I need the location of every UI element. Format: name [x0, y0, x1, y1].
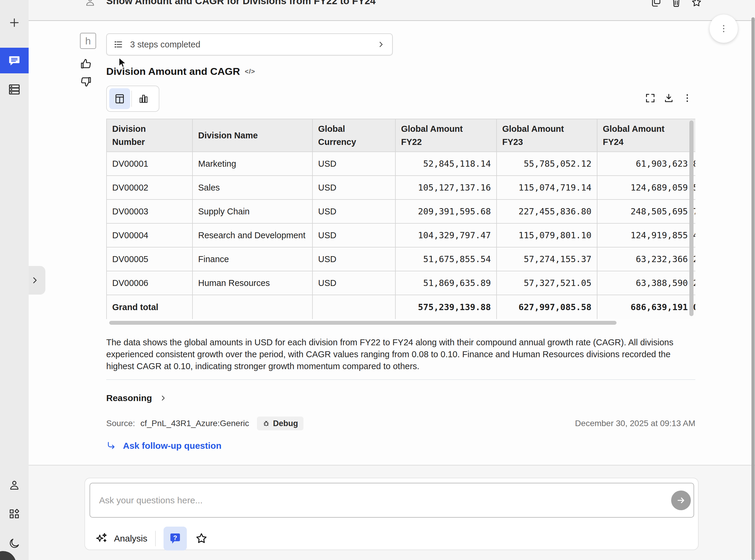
fullscreen-icon[interactable] — [644, 93, 656, 104]
col-division-name[interactable]: Division Name — [192, 119, 312, 152]
debug-button[interactable]: Debug — [257, 417, 304, 430]
analysis-label: Analysis — [114, 534, 148, 544]
table-icon — [114, 93, 125, 105]
sidebar — [0, 0, 28, 560]
follow-up-label: Ask follow-up question — [123, 441, 221, 451]
ask-follow-up-link[interactable]: Ask follow-up question — [106, 441, 221, 451]
star-icon[interactable] — [691, 0, 702, 8]
sidebar-item-chats[interactable] — [0, 48, 28, 73]
code-icon[interactable]: </> — [245, 68, 255, 76]
send-arrow-icon — [676, 495, 686, 505]
toolbar-divider — [155, 531, 156, 546]
steps-accordion[interactable]: 3 steps completed — [106, 34, 393, 56]
table-row: DV00003Supply ChainUSD209,391,595.68227,… — [107, 199, 695, 223]
composer-toolbar: Analysis ? — [95, 526, 208, 551]
source-label: Source: — [106, 419, 135, 428]
analysis-button[interactable]: Analysis — [95, 532, 148, 545]
result-title-row: Division Amount and CAGR </> — [106, 66, 255, 77]
chevron-right-icon — [30, 275, 40, 285]
dots-vertical-icon[interactable] — [682, 93, 693, 104]
favorite-star-icon[interactable] — [195, 532, 208, 545]
source-row: Source: cf_PnL_43R1_Azure:Generic Debug … — [106, 416, 695, 431]
theme-toggle-button[interactable] — [0, 534, 28, 552]
person-icon — [8, 479, 21, 492]
chat-bubble-icon — [7, 54, 21, 67]
table-row: DV00005FinanceUSD51,675,855.5457,274,155… — [107, 247, 695, 271]
apps-grid-icon — [8, 507, 21, 520]
dots-vertical-icon — [718, 23, 729, 34]
help-button[interactable]: ? — [163, 526, 187, 551]
copy-icon[interactable] — [650, 0, 662, 8]
view-toggle — [106, 85, 159, 112]
reasoning-accordion[interactable]: Reasoning — [106, 393, 168, 403]
sidebar-item-apps[interactable] — [0, 505, 28, 523]
thumbs-up-button[interactable] — [79, 57, 93, 71]
mouse-cursor — [117, 57, 128, 69]
sidebar-item-profile[interactable] — [0, 477, 28, 494]
page-title: Show Amount and CAGR for Divisions from … — [106, 0, 376, 6]
table-vertical-scrollbar[interactable] — [689, 120, 694, 316]
table-view-button[interactable] — [109, 88, 130, 109]
section-divider — [106, 379, 695, 380]
list-icon — [113, 39, 123, 49]
moon-icon — [8, 537, 21, 549]
grand-total-row: Grand total575,239,139.88627,997,085.586… — [107, 295, 695, 319]
col-global-currency[interactable]: GlobalCurrency — [312, 119, 395, 152]
follow-up-arrow-icon — [106, 441, 116, 451]
sidebar-item-data[interactable] — [0, 80, 28, 99]
col-amount-fy24[interactable]: Global AmountFY24 — [597, 119, 695, 152]
source-value: cf_PnL_43R1_Azure:Generic — [140, 419, 249, 428]
thumbs-down-button[interactable] — [79, 75, 93, 88]
col-amount-fy22[interactable]: Global AmountFY22 — [395, 119, 497, 152]
new-chat-button[interactable] — [0, 14, 28, 31]
header-actions — [650, 0, 702, 8]
chevron-right-icon — [376, 40, 386, 49]
col-amount-fy23[interactable]: Global AmountFY23 — [497, 119, 597, 152]
plus-icon — [8, 16, 21, 29]
table-row: DV00004Research and DevelopmentUSD104,32… — [107, 223, 695, 247]
chevron-right-icon — [159, 394, 168, 402]
help-bubble-icon: ? — [168, 531, 182, 546]
server-icon — [7, 83, 21, 96]
table-header-row: DivisionNumber Division Name GlobalCurre… — [107, 119, 695, 152]
trash-icon[interactable] — [670, 0, 682, 8]
table-row: DV00006Human ResourcesUSD51,869,635.8957… — [107, 271, 695, 295]
assistant-avatar: h — [80, 33, 96, 49]
svg-text:?: ? — [173, 534, 177, 541]
app-root: Show Amount and CAGR for Divisions from … — [0, 0, 755, 560]
download-icon[interactable] — [663, 93, 674, 104]
steps-label: 3 steps completed — [130, 40, 370, 49]
debug-label: Debug — [273, 419, 298, 428]
bug-icon — [262, 420, 270, 427]
floating-menu-button[interactable] — [709, 14, 738, 43]
table-row: DV00002SalesUSD105,127,137.16115,074,719… — [107, 176, 695, 199]
user-icon — [84, 0, 96, 8]
send-button[interactable] — [671, 491, 691, 510]
table-horizontal-scrollbar[interactable] — [109, 321, 617, 325]
chart-view-button[interactable] — [133, 88, 154, 109]
result-table: DivisionNumber Division Name GlobalCurre… — [106, 119, 695, 319]
bar-chart-icon — [138, 93, 149, 104]
col-division-number[interactable]: DivisionNumber — [107, 119, 192, 152]
toggle-divider — [131, 91, 132, 107]
question-input[interactable] — [90, 483, 694, 518]
timestamp: December 30, 2025 at 09:13 AM — [575, 419, 695, 428]
result-card-actions — [644, 93, 693, 104]
sparkles-icon — [95, 532, 109, 545]
table-row: DV00001MarketingUSD52,845,118.1455,785,0… — [107, 152, 695, 176]
window-scrollbar[interactable] — [751, 17, 755, 560]
summary-text: The data shows the global amounts in USD… — [106, 336, 695, 372]
reasoning-label: Reasoning — [106, 393, 152, 403]
